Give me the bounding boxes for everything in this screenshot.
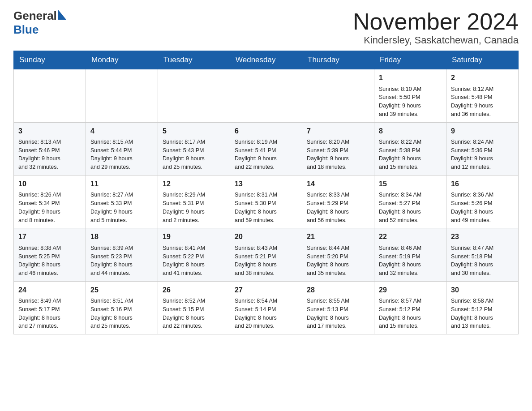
day-number: 29	[379, 285, 442, 295]
weekday-header-saturday: Saturday	[446, 51, 519, 69]
calendar-cell: 26Sunrise: 8:52 AM Sunset: 5:15 PM Dayli…	[158, 281, 230, 334]
day-info: Sunrise: 8:10 AM Sunset: 5:50 PM Dayligh…	[379, 85, 442, 119]
weekday-header-thursday: Thursday	[302, 51, 374, 69]
calendar-cell: 19Sunrise: 8:41 AM Sunset: 5:22 PM Dayli…	[158, 228, 230, 281]
title-area: November 2024 Kindersley, Saskatchewan, …	[353, 9, 519, 46]
calendar-cell	[86, 69, 158, 122]
day-number: 20	[235, 232, 297, 242]
week-row-3: 10Sunrise: 8:26 AM Sunset: 5:34 PM Dayli…	[14, 175, 519, 228]
logo-general-text: General	[13, 9, 57, 23]
day-number: 1	[379, 73, 442, 83]
day-info: Sunrise: 8:38 AM Sunset: 5:25 PM Dayligh…	[18, 244, 81, 278]
calendar-cell: 18Sunrise: 8:39 AM Sunset: 5:23 PM Dayli…	[86, 228, 158, 281]
calendar-cell: 27Sunrise: 8:54 AM Sunset: 5:14 PM Dayli…	[230, 281, 302, 334]
calendar-cell: 28Sunrise: 8:55 AM Sunset: 5:13 PM Dayli…	[302, 281, 374, 334]
day-info: Sunrise: 8:12 AM Sunset: 5:48 PM Dayligh…	[451, 85, 514, 119]
day-info: Sunrise: 8:15 AM Sunset: 5:44 PM Dayligh…	[90, 138, 153, 171]
calendar-cell: 15Sunrise: 8:34 AM Sunset: 5:27 PM Dayli…	[374, 175, 446, 228]
day-number: 8	[379, 126, 442, 136]
month-title: November 2024	[353, 9, 519, 34]
day-info: Sunrise: 8:20 AM Sunset: 5:39 PM Dayligh…	[307, 138, 369, 171]
day-number: 3	[18, 126, 81, 136]
day-info: Sunrise: 8:26 AM Sunset: 5:34 PM Dayligh…	[18, 191, 81, 224]
calendar-cell: 2Sunrise: 8:12 AM Sunset: 5:48 PM Daylig…	[446, 69, 519, 122]
calendar-cell: 10Sunrise: 8:26 AM Sunset: 5:34 PM Dayli…	[14, 175, 86, 228]
day-number: 14	[307, 179, 369, 189]
calendar-cell: 3Sunrise: 8:13 AM Sunset: 5:46 PM Daylig…	[14, 122, 86, 175]
day-info: Sunrise: 8:19 AM Sunset: 5:41 PM Dayligh…	[235, 138, 297, 171]
calendar-cell: 4Sunrise: 8:15 AM Sunset: 5:44 PM Daylig…	[86, 122, 158, 175]
day-number: 26	[163, 285, 225, 295]
weekday-header-row: SundayMondayTuesdayWednesdayThursdayFrid…	[14, 51, 519, 69]
day-number: 6	[235, 126, 297, 136]
calendar-cell: 25Sunrise: 8:51 AM Sunset: 5:16 PM Dayli…	[86, 281, 158, 334]
weekday-header-monday: Monday	[86, 51, 158, 69]
day-number: 2	[451, 73, 514, 83]
day-number: 15	[379, 179, 442, 189]
day-number: 11	[90, 179, 153, 189]
calendar-cell	[158, 69, 230, 122]
calendar-cell: 1Sunrise: 8:10 AM Sunset: 5:50 PM Daylig…	[374, 69, 446, 122]
day-info: Sunrise: 8:31 AM Sunset: 5:30 PM Dayligh…	[235, 191, 297, 224]
calendar-cell	[230, 69, 302, 122]
day-number: 17	[18, 232, 81, 242]
calendar-cell: 9Sunrise: 8:24 AM Sunset: 5:36 PM Daylig…	[446, 122, 519, 175]
day-info: Sunrise: 8:57 AM Sunset: 5:12 PM Dayligh…	[379, 297, 442, 330]
calendar-cell: 20Sunrise: 8:43 AM Sunset: 5:21 PM Dayli…	[230, 228, 302, 281]
day-number: 13	[235, 179, 297, 189]
logo: General Blue	[13, 9, 66, 37]
calendar-cell: 16Sunrise: 8:36 AM Sunset: 5:26 PM Dayli…	[446, 175, 519, 228]
calendar-cell: 7Sunrise: 8:20 AM Sunset: 5:39 PM Daylig…	[302, 122, 374, 175]
day-info: Sunrise: 8:27 AM Sunset: 5:33 PM Dayligh…	[90, 191, 153, 224]
day-number: 10	[18, 179, 81, 189]
weekday-header-friday: Friday	[374, 51, 446, 69]
calendar-cell: 8Sunrise: 8:22 AM Sunset: 5:38 PM Daylig…	[374, 122, 446, 175]
day-number: 19	[163, 232, 225, 242]
day-info: Sunrise: 8:17 AM Sunset: 5:43 PM Dayligh…	[163, 138, 225, 171]
week-row-1: 1Sunrise: 8:10 AM Sunset: 5:50 PM Daylig…	[14, 69, 519, 122]
calendar-cell: 22Sunrise: 8:46 AM Sunset: 5:19 PM Dayli…	[374, 228, 446, 281]
day-info: Sunrise: 8:36 AM Sunset: 5:26 PM Dayligh…	[451, 191, 514, 224]
day-number: 16	[451, 179, 514, 189]
day-info: Sunrise: 8:51 AM Sunset: 5:16 PM Dayligh…	[90, 297, 153, 330]
day-number: 21	[307, 232, 369, 242]
calendar-cell: 5Sunrise: 8:17 AM Sunset: 5:43 PM Daylig…	[158, 122, 230, 175]
day-info: Sunrise: 8:13 AM Sunset: 5:46 PM Dayligh…	[18, 138, 81, 171]
day-number: 28	[307, 285, 369, 295]
logo-chevron-icon	[58, 10, 66, 21]
calendar-cell: 24Sunrise: 8:49 AM Sunset: 5:17 PM Dayli…	[14, 281, 86, 334]
calendar-cell: 11Sunrise: 8:27 AM Sunset: 5:33 PM Dayli…	[86, 175, 158, 228]
week-row-5: 24Sunrise: 8:49 AM Sunset: 5:17 PM Dayli…	[14, 281, 519, 334]
calendar-cell: 30Sunrise: 8:58 AM Sunset: 5:12 PM Dayli…	[446, 281, 519, 334]
calendar-cell: 14Sunrise: 8:33 AM Sunset: 5:29 PM Dayli…	[302, 175, 374, 228]
svg-marker-0	[58, 10, 66, 20]
day-number: 4	[90, 126, 153, 136]
day-number: 24	[18, 285, 81, 295]
day-info: Sunrise: 8:44 AM Sunset: 5:20 PM Dayligh…	[307, 244, 369, 278]
calendar-cell: 29Sunrise: 8:57 AM Sunset: 5:12 PM Dayli…	[374, 281, 446, 334]
calendar-cell	[14, 69, 86, 122]
week-row-4: 17Sunrise: 8:38 AM Sunset: 5:25 PM Dayli…	[14, 228, 519, 281]
day-number: 22	[379, 232, 442, 242]
calendar-cell: 12Sunrise: 8:29 AM Sunset: 5:31 PM Dayli…	[158, 175, 230, 228]
day-info: Sunrise: 8:24 AM Sunset: 5:36 PM Dayligh…	[451, 138, 514, 171]
day-info: Sunrise: 8:34 AM Sunset: 5:27 PM Dayligh…	[379, 191, 442, 224]
calendar-cell: 6Sunrise: 8:19 AM Sunset: 5:41 PM Daylig…	[230, 122, 302, 175]
day-info: Sunrise: 8:58 AM Sunset: 5:12 PM Dayligh…	[451, 297, 514, 330]
day-info: Sunrise: 8:52 AM Sunset: 5:15 PM Dayligh…	[163, 297, 225, 330]
day-info: Sunrise: 8:46 AM Sunset: 5:19 PM Dayligh…	[379, 244, 442, 278]
day-number: 9	[451, 126, 514, 136]
calendar-table: SundayMondayTuesdayWednesdayThursdayFrid…	[13, 51, 519, 334]
calendar-cell: 17Sunrise: 8:38 AM Sunset: 5:25 PM Dayli…	[14, 228, 86, 281]
page-header: General Blue November 2024 Kindersley, S…	[13, 9, 519, 46]
day-info: Sunrise: 8:55 AM Sunset: 5:13 PM Dayligh…	[307, 297, 369, 330]
day-info: Sunrise: 8:49 AM Sunset: 5:17 PM Dayligh…	[18, 297, 81, 330]
weekday-header-tuesday: Tuesday	[158, 51, 230, 69]
location-title: Kindersley, Saskatchewan, Canada	[353, 34, 519, 46]
day-number: 23	[451, 232, 514, 242]
day-info: Sunrise: 8:41 AM Sunset: 5:22 PM Dayligh…	[163, 244, 225, 278]
day-info: Sunrise: 8:22 AM Sunset: 5:38 PM Dayligh…	[379, 138, 442, 171]
day-number: 30	[451, 285, 514, 295]
week-row-2: 3Sunrise: 8:13 AM Sunset: 5:46 PM Daylig…	[14, 122, 519, 175]
day-number: 5	[163, 126, 225, 136]
